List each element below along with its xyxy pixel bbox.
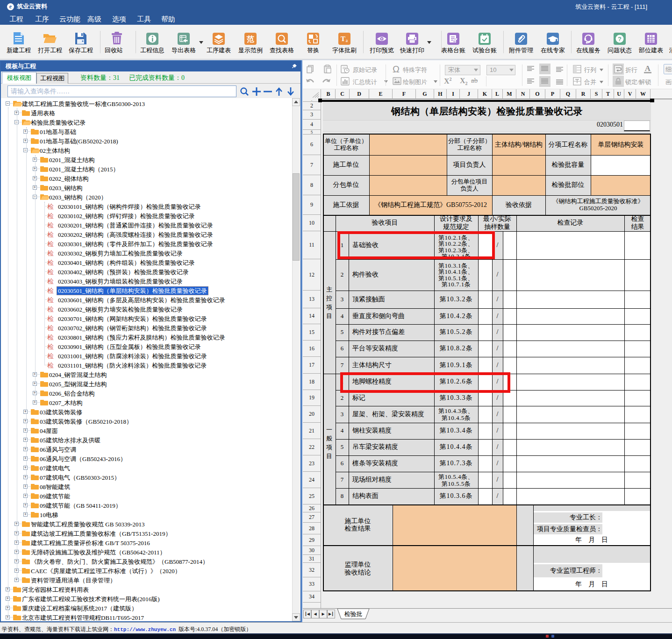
svg-text:?: ? bbox=[618, 36, 622, 43]
svg-text:a: a bbox=[346, 38, 348, 43]
svg-text:T: T bbox=[341, 35, 345, 43]
svg-text:范: 范 bbox=[246, 35, 254, 43]
